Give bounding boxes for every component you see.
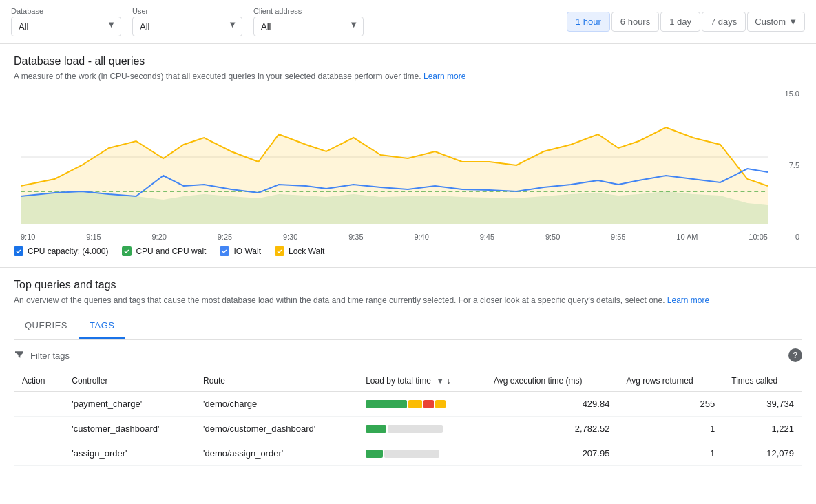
cell-load-bars (357, 417, 485, 441)
x-label-5: 9:35 (348, 233, 363, 241)
legend-lock-wait[interactable]: Lock Wait (275, 246, 324, 256)
bottom-title: Top queries and tags (14, 279, 802, 291)
chart-learn-more-link[interactable]: Learn more (423, 72, 465, 81)
cell-controller: 'payment_charge' (63, 392, 195, 417)
bar-segment (384, 450, 439, 458)
legend-io-wait-label: IO Wait (233, 246, 261, 256)
chart-svg (21, 90, 768, 224)
cell-times-called: 12,079 (723, 441, 802, 466)
bar-segment (388, 425, 443, 433)
x-label-0: 9:10 (21, 233, 35, 241)
col-action: Action (14, 370, 63, 392)
legend-cpu-capacity[interactable]: CPU capacity: (4.000) (14, 246, 108, 256)
filter-icon (14, 349, 25, 362)
cell-times-called: 1,221 (723, 417, 802, 441)
custom-label: Custom (755, 17, 786, 27)
col-avg-rows: Avg rows returned (618, 370, 723, 392)
table-row[interactable]: 'assign_order''demo/assign_order'207.951… (14, 441, 802, 466)
filter-label[interactable]: Filter tags (30, 350, 70, 361)
download-icon: ↓ (446, 376, 450, 386)
filter-input-group: Filter tags (14, 349, 70, 362)
cell-route: 'demo/assign_order' (195, 441, 357, 466)
cell-avg-exec: 207.95 (485, 441, 618, 466)
time-btn-1day[interactable]: 1 day (660, 12, 700, 32)
chart-y-labels: 15.0 7.5 0 (775, 90, 802, 241)
bar-segment (435, 400, 446, 408)
y-label-mid: 7.5 (777, 161, 799, 169)
database-select[interactable]: All (11, 17, 121, 36)
x-label-3: 9:25 (218, 233, 232, 241)
user-label: User (132, 7, 242, 15)
bar-segment (408, 400, 422, 408)
x-label-10: 10 AM (676, 233, 698, 241)
cell-times-called: 39,734 (723, 392, 802, 417)
chart-svg-area (21, 90, 768, 224)
legend-lock-wait-checkbox[interactable] (275, 246, 284, 256)
x-label-1: 9:15 (86, 233, 101, 241)
legend-cpu-capacity-checkbox[interactable] (14, 246, 23, 256)
cell-avg-exec: 2,782.52 (485, 417, 618, 441)
time-btn-custom[interactable]: Custom ▼ (747, 12, 805, 32)
legend-cpu-wait[interactable]: CPU and CPU wait (122, 246, 206, 256)
cell-action (14, 441, 63, 466)
table-row[interactable]: 'customer_dashboard''demo/customer_dashb… (14, 417, 802, 441)
col-load[interactable]: Load by total time ▼ ↓ (357, 370, 485, 392)
chart-desc: A measure of the work (in CPU-seconds) t… (14, 72, 802, 81)
legend-cpu-wait-label: CPU and CPU wait (136, 246, 206, 256)
client-label: Client address (253, 7, 364, 15)
x-label-9: 9:55 (611, 233, 625, 241)
help-icon[interactable]: ? (788, 348, 802, 362)
y-label-bot: 0 (777, 233, 799, 241)
cell-action (14, 392, 63, 417)
chart-legend: CPU capacity: (4.000) CPU and CPU wait I… (14, 246, 802, 256)
table-body: 'payment_charge''demo/charge'429.8425539… (14, 392, 802, 466)
chart-x-labels: 9:10 9:15 9:20 9:25 9:30 9:35 9:40 9:45 … (21, 233, 768, 241)
user-select[interactable]: All (132, 17, 242, 36)
bottom-learn-more-link[interactable]: Learn more (667, 295, 709, 305)
legend-cpu-wait-checkbox[interactable] (122, 246, 132, 256)
sort-icon: ▼ (436, 376, 444, 386)
cell-load-bars (357, 441, 485, 466)
bottom-section: Top queries and tags An overview of the … (0, 268, 816, 477)
legend-io-wait[interactable]: IO Wait (220, 246, 261, 256)
top-bar: Database All ▼ User All ▼ Client address… (0, 0, 816, 44)
cell-avg-exec: 429.84 (485, 392, 618, 417)
cell-action (14, 417, 63, 441)
database-dropdown-group: Database All ▼ (11, 7, 121, 36)
bar-segment (366, 425, 386, 433)
cell-avg-rows: 1 (618, 441, 723, 466)
col-avg-exec: Avg execution time (ms) (485, 370, 618, 392)
time-btn-7days[interactable]: 7 days (702, 12, 746, 32)
bar-segment (366, 400, 407, 408)
cell-controller: 'assign_order' (63, 441, 195, 466)
tabs-row: QUERIES TAGS (14, 313, 802, 340)
legend-cpu-capacity-label: CPU capacity: (4.000) (28, 246, 108, 256)
x-label-6: 9:40 (414, 233, 428, 241)
chart-section: Database load - all queries A measure of… (0, 44, 816, 268)
database-label: Database (11, 7, 121, 15)
bottom-desc: An overview of the queries and tags that… (14, 295, 802, 305)
user-dropdown-group: User All ▼ (132, 7, 242, 36)
custom-chevron-icon: ▼ (788, 17, 797, 27)
client-select[interactable]: All (253, 17, 364, 36)
time-btn-1hour[interactable]: 1 hour (567, 12, 610, 32)
tab-tags[interactable]: TAGS (79, 313, 125, 339)
col-controller: Controller (63, 370, 195, 392)
col-route: Route (195, 370, 357, 392)
time-range-group: 1 hour 6 hours 1 day 7 days Custom ▼ (567, 12, 805, 32)
table-header: Action Controller Route Load by total ti… (14, 370, 802, 392)
filter-row: Filter tags ? (14, 348, 802, 362)
time-btn-6hours[interactable]: 6 hours (611, 12, 659, 32)
client-dropdown-group: Client address All ▼ (253, 7, 364, 36)
cell-route: 'demo/charge' (195, 392, 357, 417)
x-label-7: 9:45 (480, 233, 494, 241)
tab-queries[interactable]: QUERIES (14, 313, 79, 339)
col-times-called: Times called (723, 370, 802, 392)
chart-title: Database load - all queries (14, 55, 802, 67)
cell-controller: 'customer_dashboard' (63, 417, 195, 441)
bar-segment (423, 400, 434, 408)
table-row[interactable]: 'payment_charge''demo/charge'429.8425539… (14, 392, 802, 417)
tags-table: Action Controller Route Load by total ti… (14, 370, 802, 466)
legend-io-wait-checkbox[interactable] (220, 246, 229, 256)
x-label-4: 9:30 (283, 233, 297, 241)
